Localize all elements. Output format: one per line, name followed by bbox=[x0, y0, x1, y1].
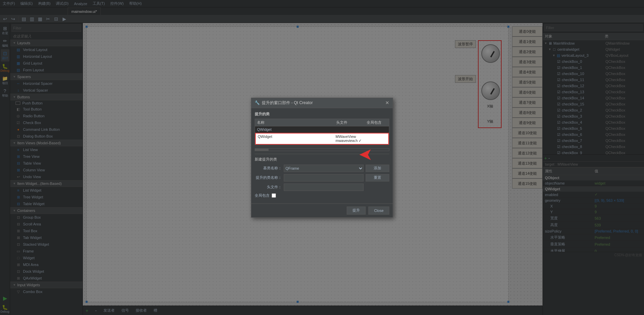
base-class-label: 基类名称： bbox=[255, 166, 282, 171]
dialog-close-button[interactable]: ✕ bbox=[385, 100, 389, 105]
global-include-checkbox[interactable] bbox=[272, 193, 276, 198]
close-button[interactable]: Close bbox=[368, 207, 389, 215]
promoted-name-input[interactable] bbox=[284, 174, 364, 181]
global-include-label: 全局包含 bbox=[255, 193, 270, 198]
dialog-footer: 提升 Close bbox=[251, 203, 393, 217]
dialog-header: 🔧 提升的窗口部件 - Qt Creator ✕ bbox=[251, 98, 393, 108]
promote-button[interactable]: 提升 bbox=[347, 207, 366, 215]
promoted-name-row: 提升的类名称： 重置 bbox=[255, 174, 389, 181]
dialog-body: 提升的类 名称 头文件 全局包含 QWidget QWidget M bbox=[251, 108, 393, 203]
promoted-table: 名称 头文件 全局包含 QWidget QWidget MWaveView mw… bbox=[255, 119, 389, 145]
header-file-input[interactable] bbox=[284, 184, 364, 191]
promoted-table-header: 名称 头文件 全局包含 bbox=[255, 119, 389, 126]
base-class-select[interactable]: QFrame bbox=[284, 165, 364, 172]
reset-button[interactable]: 重置 bbox=[366, 174, 389, 181]
dialog-icon: 🔧 bbox=[255, 100, 260, 105]
promoted-dialog: 🔧 提升的窗口部件 - Qt Creator ✕ 提升的类 名称 头文件 全局包… bbox=[251, 98, 393, 218]
promoted-name-label: 提升的类名称： bbox=[255, 175, 282, 180]
promoted-row-base[interactable]: QWidget bbox=[255, 126, 389, 133]
dialog-divider bbox=[255, 154, 389, 154]
table-scrollbar[interactable] bbox=[255, 148, 389, 151]
add-button[interactable]: 添加 bbox=[366, 165, 389, 172]
dialog-overlay: 🔧 提升的窗口部件 - Qt Creator ✕ 提升的类 名称 头文件 全局包… bbox=[0, 0, 644, 315]
header-file-row: 头文件： bbox=[255, 184, 389, 191]
promoted-row-mwaveview[interactable]: QWidget MWaveView mwaveview.h ✓ bbox=[255, 133, 389, 145]
dialog-title: 🔧 提升的窗口部件 - Qt Creator bbox=[255, 100, 313, 106]
promoted-section-title: 提升的类 bbox=[255, 112, 389, 117]
header-file-label: 头文件： bbox=[255, 185, 282, 190]
base-class-row: 基类名称： QFrame 添加 bbox=[255, 165, 389, 172]
global-include-row: 全局包含 bbox=[255, 193, 389, 198]
new-promote-title: 新建提升的类 bbox=[255, 157, 389, 162]
